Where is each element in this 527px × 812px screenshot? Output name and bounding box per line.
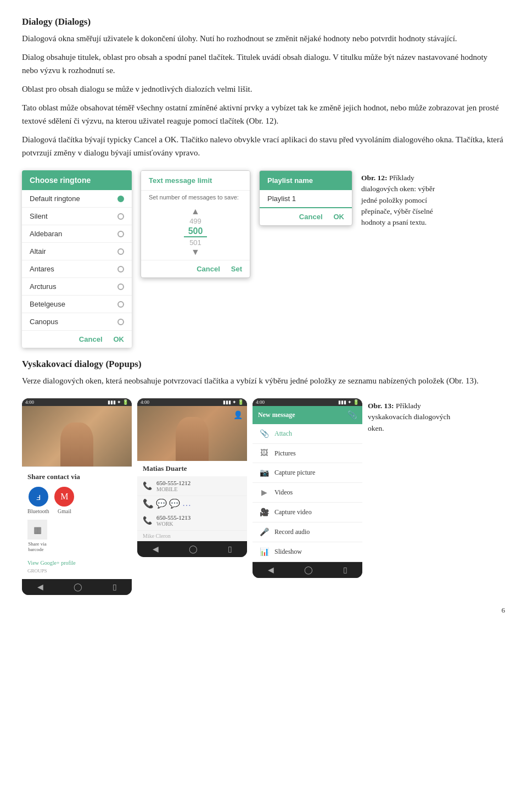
ringtone-item-label-antares: Antares xyxy=(30,265,54,273)
sms-value-current[interactable]: 500 xyxy=(184,226,208,237)
nm-capture-video[interactable]: 🎥 Capture video xyxy=(253,503,362,522)
camera-icon: 📷 xyxy=(259,468,269,477)
ringtone-item-altair[interactable]: Altair xyxy=(22,243,132,260)
nm-pictures[interactable]: 🖼 Pictures xyxy=(253,444,362,463)
ringtone-item-betelgeuse[interactable]: Betelgeuse xyxy=(22,296,132,313)
ringtone-item-default[interactable]: Default ringtone xyxy=(22,190,132,208)
phone-3-mockup: 4:00 ▮▮▮ ✦ 🔋 New message 📎 📎 Attach 🖼 Pi… xyxy=(253,398,362,578)
nm-capture-picture-label: Capture picture xyxy=(274,469,315,477)
share-gmail[interactable]: M Gmail xyxy=(54,487,74,514)
radio-canopus[interactable] xyxy=(117,319,124,325)
sms-cancel-button[interactable]: Cancel xyxy=(197,265,220,273)
attach-icon[interactable]: 📎 xyxy=(347,410,357,420)
ringtone-dialog-title: Choose ringtone xyxy=(22,170,132,190)
radio-antares[interactable] xyxy=(117,266,124,272)
back-icon-2[interactable]: ◀ xyxy=(153,544,159,554)
ringtone-item-label-silent: Silent xyxy=(30,212,48,220)
groups-label: GROUPS xyxy=(27,568,126,574)
share-barcode[interactable]: ▦ Share viabarcode xyxy=(27,520,47,552)
sms-set-button[interactable]: Set xyxy=(231,265,242,273)
hangouts-icon[interactable]: 💬 xyxy=(156,498,167,509)
radio-default[interactable] xyxy=(117,196,124,202)
contact-2-info-bar: Matias Duarte xyxy=(137,461,247,476)
figure-12-row: Choose ringtone Default ringtone Silent … xyxy=(22,170,505,348)
phone-2-icons: ▮▮▮ ✦ 🔋 xyxy=(223,399,244,405)
ringtone-item-arcturus[interactable]: Arcturus xyxy=(22,278,132,296)
share-icons-row-2: ▦ Share viabarcode xyxy=(27,520,126,552)
contact-photo-face xyxy=(60,422,93,466)
recents-icon[interactable]: ▯ xyxy=(113,582,117,592)
radio-altair[interactable] xyxy=(117,248,124,255)
contact-photo-bg xyxy=(22,406,132,466)
playlist-cancel-button[interactable]: Cancel xyxy=(299,213,323,221)
ringtone-cancel-button[interactable]: Cancel xyxy=(79,335,103,343)
radio-betelgeuse[interactable] xyxy=(117,301,124,308)
sms-number-row: 499 500 501 xyxy=(184,217,208,247)
sms-dialog: Text message limit Set number of message… xyxy=(141,170,250,278)
sms-dialog-buttons: Cancel Set xyxy=(141,260,250,277)
paragraph-3: Oblast pro obsah dialogu se může v jedno… xyxy=(22,82,505,96)
home-icon-2[interactable]: ◯ xyxy=(189,544,198,554)
page-number: 6 xyxy=(22,606,505,615)
ringtone-item-canopus[interactable]: Canopus xyxy=(22,313,132,331)
phone-3-status-bar: 4:00 ▮▮▮ ✦ 🔋 xyxy=(253,398,362,406)
sms-arrow-down[interactable]: ▼ xyxy=(191,248,200,257)
share-icons-row: ⅎ Bluetooth M Gmail xyxy=(27,487,126,514)
share-bluetooth[interactable]: ⅎ Bluetooth xyxy=(27,487,49,514)
home-icon-3[interactable]: ◯ xyxy=(304,565,313,575)
nm-slideshow[interactable]: 📊 Slideshow xyxy=(253,542,362,562)
phone-2-status-bar: 4:00 ▮▮▮ ✦ 🔋 xyxy=(137,398,247,406)
nm-attach-label: 📎 Attach xyxy=(253,424,362,444)
bluetooth-label: Bluetooth xyxy=(27,508,49,514)
figure-13-label: Obr. 13: xyxy=(368,402,394,410)
figure-12-label: Obr. 12: xyxy=(361,174,388,182)
popups-heading-bold: Vyskakovací dialogy xyxy=(22,359,103,369)
radio-arcturus[interactable] xyxy=(117,283,124,290)
sms-number-area: ▲ 499 500 501 ▼ xyxy=(141,204,250,260)
playlist-dialog-title: Playlist name xyxy=(260,171,352,190)
contact-phone-number-2: 650-555-1213 xyxy=(156,514,190,521)
phone-3-nav-bar: ◀ ◯ ▯ xyxy=(253,562,362,578)
back-icon[interactable]: ◀ xyxy=(37,582,43,592)
call-icon[interactable]: 📞 xyxy=(143,498,154,509)
nm-capture-picture[interactable]: 📷 Capture picture xyxy=(253,463,362,483)
playlist-ok-button[interactable]: OK xyxy=(334,213,345,221)
recents-icon-3[interactable]: ▯ xyxy=(343,565,347,575)
home-icon[interactable]: ◯ xyxy=(74,582,82,592)
nm-content: 📎 Attach 🖼 Pictures 📷 Capture picture ▶ … xyxy=(253,424,362,562)
phone-2-mockup: 4:00 ▮▮▮ ✦ 🔋 👤 Matias Duarte 📞 650-555-1… xyxy=(137,398,247,557)
view-google-profile[interactable]: View Google+ profile xyxy=(27,558,126,566)
phone-3-icons: ▮▮▮ ✦ 🔋 xyxy=(338,399,360,405)
radio-aldebaran[interactable] xyxy=(117,231,124,237)
share-overlay-title: Share contact via xyxy=(27,472,126,481)
contact-action-phone-2[interactable]: 📞 650-555-1213 WORK xyxy=(137,511,247,531)
phone-1-status-bar: 4:00 ▮▮▮ ✦ 🔋 xyxy=(22,398,132,406)
phone-2-nav-bar: ◀ ◯ ▯ xyxy=(137,541,247,557)
ringtone-item-silent[interactable]: Silent xyxy=(22,208,132,225)
ringtone-item-aldebaran[interactable]: Aldebaran xyxy=(22,225,132,243)
sms-dialog-subtitle: Set number of messages to save: xyxy=(141,191,250,204)
sms-dialog-title: Text message limit xyxy=(141,171,250,191)
other-contact-name: Mike Cleron xyxy=(143,533,242,539)
nm-videos[interactable]: ▶ Videos xyxy=(253,483,362,503)
back-icon-3[interactable]: ◀ xyxy=(268,565,274,575)
contact-action-phone[interactable]: 📞 650-555-1212 MOBILE xyxy=(137,476,247,496)
playlist-input[interactable] xyxy=(260,190,352,208)
nm-record-audio[interactable]: 🎤 Record audio xyxy=(253,522,362,542)
gtalk-icon[interactable]: 💬 xyxy=(169,498,180,509)
phone-3-time: 4:00 xyxy=(256,399,265,405)
gmail-icon: M xyxy=(54,487,74,507)
contact-phone-details: 650-555-1212 MOBILE xyxy=(156,480,190,492)
barcode-icon: ▦ xyxy=(27,520,47,540)
ringtone-ok-button[interactable]: OK xyxy=(114,335,125,343)
contact-2-photo-bg: 👤 xyxy=(137,406,247,461)
radio-silent[interactable] xyxy=(117,213,124,220)
sms-arrow-up[interactable]: ▲ xyxy=(191,207,200,216)
more-icon[interactable]: … xyxy=(182,498,191,509)
mic-icon: 🎤 xyxy=(259,527,269,537)
nm-header-title: New message xyxy=(258,411,295,419)
ringtone-item-antares[interactable]: Antares xyxy=(22,260,132,278)
recents-icon-2[interactable]: ▯ xyxy=(228,544,232,554)
nm-capture-video-label: Capture video xyxy=(274,508,312,516)
sms-value-above: 499 xyxy=(189,217,201,225)
